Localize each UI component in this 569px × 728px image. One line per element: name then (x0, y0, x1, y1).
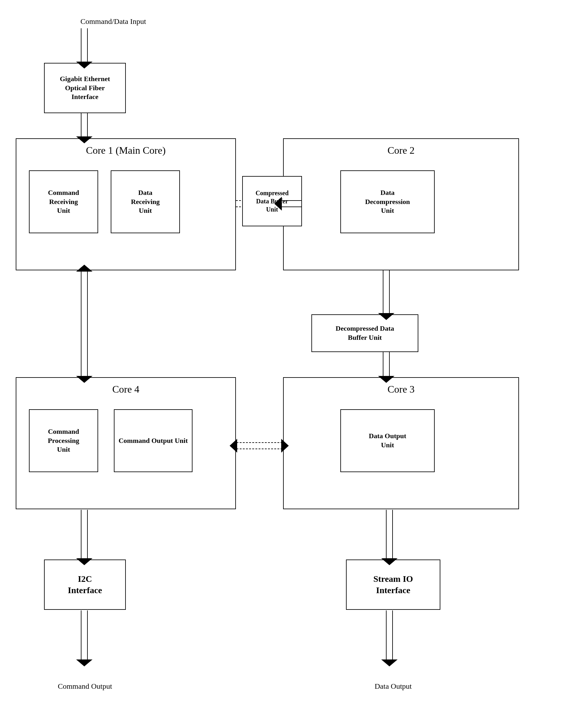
data-decompression-label: Data Decompression Unit (365, 188, 410, 215)
i2c-interface-box: I2C Interface (44, 560, 126, 610)
command-receiving-box: Command Receiving Unit (29, 170, 98, 233)
command-processing-label: Command Processing Unit (48, 427, 79, 454)
core1-box: Core 1 (Main Core) Command Receiving Uni… (16, 138, 236, 270)
decompressed-data-buffer-box: Decompressed Data Buffer Unit (312, 314, 418, 352)
core2-label: Core 2 (388, 145, 415, 156)
svg-marker-39 (76, 659, 92, 666)
core2-box: Core 2 Data Decompression Unit (283, 138, 519, 270)
core3-label: Core 3 (388, 383, 415, 395)
core3-box: Core 3 Data Output Unit (283, 377, 519, 509)
svg-marker-42 (381, 659, 398, 666)
gigabit-ethernet-box: Gigabit Ethernet Optical Fiber Interface (44, 63, 126, 113)
data-decompression-box: Data Decompression Unit (340, 170, 435, 233)
data-receiving-box: Data Receiving Unit (111, 170, 180, 233)
command-output-bottom-label: Command Output (44, 682, 126, 691)
core4-box: Core 4 Command Processing Unit Command O… (16, 377, 236, 509)
data-output-unit-box: Data Output Unit (340, 409, 435, 472)
i2c-interface-label: I2C Interface (68, 573, 102, 596)
stream-io-box: Stream IO Interface (346, 560, 440, 610)
command-output-unit-label: Command Output Unit (119, 436, 188, 445)
core1-label: Core 1 (Main Core) (86, 145, 165, 156)
compressed-data-buffer-label: Compressed Data Buffer Unit (255, 189, 289, 213)
data-output-bottom-label: Data Output (346, 682, 440, 691)
data-receiving-label: Data Receiving Unit (131, 188, 160, 215)
stream-io-label: Stream IO Interface (373, 573, 413, 596)
command-output-unit-box: Command Output Unit (114, 409, 192, 472)
decompressed-data-buffer-label: Decompressed Data Buffer Unit (336, 324, 394, 342)
gigabit-ethernet-label: Gigabit Ethernet Optical Fiber Interface (60, 74, 110, 102)
core4-label: Core 4 (112, 383, 139, 395)
command-data-input-label: Command/Data Input (69, 17, 157, 26)
compressed-data-buffer-box: Compressed Data Buffer Unit (242, 176, 302, 226)
command-processing-box: Command Processing Unit (29, 409, 98, 472)
diagram-container: Command/Data Input Gigabit Ethernet Opti… (0, 0, 569, 728)
command-receiving-label: Command Receiving Unit (48, 188, 79, 215)
data-output-unit-label: Data Output Unit (369, 432, 406, 449)
